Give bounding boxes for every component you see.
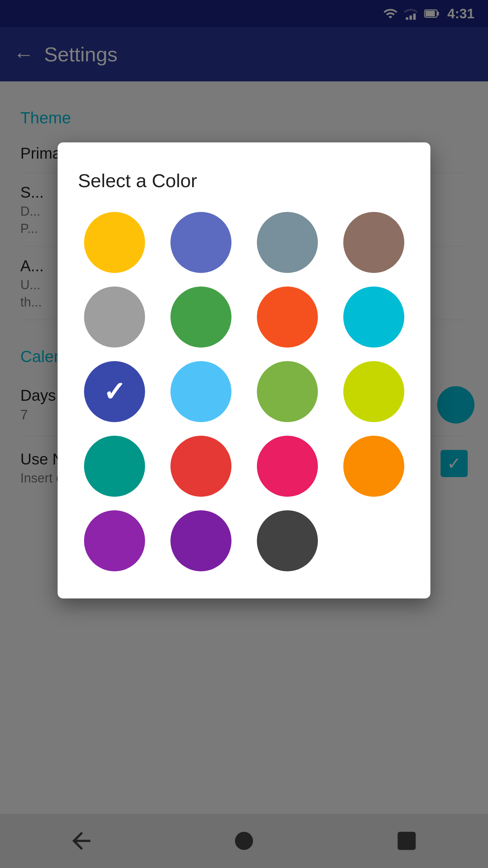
color-circle-teal[interactable] [84, 436, 145, 497]
dialog-title: Select a Color [78, 170, 410, 192]
color-circle-red[interactable] [170, 436, 231, 497]
color-circle-pink[interactable] [257, 436, 318, 497]
color-circle-light-blue[interactable] [170, 361, 231, 422]
color-circle-gray[interactable] [84, 287, 145, 348]
color-circle-purple-1[interactable] [84, 510, 145, 571]
color-circle-brown[interactable] [343, 212, 404, 273]
color-circle-cyan[interactable] [343, 287, 404, 348]
color-circle-orange-red[interactable] [257, 287, 318, 348]
color-circle-dark-blue[interactable] [84, 361, 145, 422]
color-circle-dark-gray[interactable] [257, 510, 318, 571]
color-circle-green[interactable] [170, 287, 231, 348]
color-circle-yellow-green[interactable] [343, 361, 404, 422]
color-grid [78, 212, 410, 571]
color-picker-dialog: Select a Color [58, 142, 430, 598]
color-circle-purple-2[interactable] [170, 510, 231, 571]
color-circle-yellow[interactable] [84, 212, 145, 273]
color-circle-blue[interactable] [170, 212, 231, 273]
color-circle-orange[interactable] [343, 436, 404, 497]
color-circle-slate[interactable] [257, 212, 318, 273]
color-circle-light-green[interactable] [257, 361, 318, 422]
